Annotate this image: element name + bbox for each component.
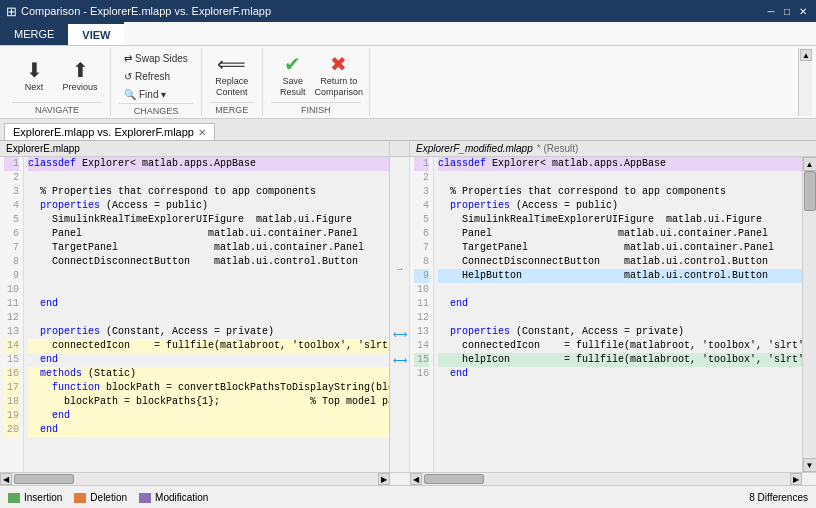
gutter-line	[390, 183, 409, 196]
vertical-scrollbar[interactable]: ▲ ▼	[802, 157, 816, 472]
code-line	[438, 311, 802, 325]
right-line-numbers: 12345678910111213141516	[410, 157, 434, 472]
close-button[interactable]: ✕	[796, 4, 810, 18]
finish-buttons: ✔ SaveResult ✖ Return toComparison	[271, 50, 361, 102]
right-scroll-left[interactable]: ◀	[410, 473, 422, 485]
line-number: 11	[414, 297, 429, 311]
code-line: helpIcon = fullfile(matlabroot, 'toolbox…	[438, 353, 802, 367]
code-line: ConnectDisconnectButton matlab.ui.contro…	[438, 255, 802, 269]
differences-count: 8 Differences	[749, 492, 808, 503]
left-scroll-left[interactable]: ◀	[0, 473, 12, 485]
tab-merge[interactable]: MERGE	[0, 22, 68, 45]
left-code-area[interactable]: classdef Explorer< matlab.apps.AppBase %…	[24, 157, 389, 472]
code-line	[28, 269, 389, 283]
file-tab-label: ExplorerE.mlapp vs. ExplorerF.mlapp	[13, 126, 194, 138]
code-line: end	[438, 297, 802, 311]
gutter-line	[390, 196, 409, 209]
gutter-line	[390, 249, 409, 262]
code-line: properties (Access = public)	[28, 199, 389, 213]
right-code-area[interactable]: classdef Explorer< matlab.apps.AppBase %…	[434, 157, 802, 472]
code-line: connectedIcon = fullfile(matlabroot, 'to…	[28, 339, 389, 353]
replace-icon: ⟸	[217, 54, 246, 74]
right-panel-filename: ExplorerF_modified.mlapp	[416, 143, 533, 154]
modification-swatch	[139, 493, 151, 503]
line-number: 12	[414, 311, 429, 325]
gutter-line	[390, 170, 409, 183]
prev-icon: ⬆	[72, 60, 89, 80]
code-line: Panel matlab.ui.container.Panel	[438, 227, 802, 241]
code-line: SimulinkRealTimeExplorerUIFigure matlab.…	[438, 213, 802, 227]
file-tab[interactable]: ExplorerE.mlapp vs. ExplorerF.mlapp ✕	[4, 123, 215, 140]
replace-content-button[interactable]: ⟸ ReplaceContent	[210, 50, 254, 102]
left-scroll-thumb[interactable]	[14, 474, 74, 484]
left-scroll-right[interactable]: ▶	[378, 473, 390, 485]
code-line: % Properties that correspond to app comp…	[438, 185, 802, 199]
merge-buttons: ⟸ ReplaceContent	[210, 50, 254, 102]
save-result-button[interactable]: ✔ SaveResult	[271, 50, 315, 102]
refresh-button[interactable]: ↺ Refresh	[119, 68, 193, 85]
right-scroll-right[interactable]: ▶	[790, 473, 802, 485]
left-line-numbers: 1234567891011121314151617181920	[0, 157, 24, 472]
ribbon-group-finish: ✔ SaveResult ✖ Return toComparison FINIS…	[263, 48, 370, 116]
gutter-line	[390, 367, 409, 380]
line-number: 6	[4, 227, 19, 241]
gutter-line	[390, 420, 409, 433]
return-comparison-button[interactable]: ✖ Return toComparison	[317, 50, 361, 102]
right-panel-header: ExplorerF_modified.mlapp * (Result)	[410, 141, 802, 156]
gutter-line	[390, 315, 409, 328]
right-scroll-thumb[interactable]	[424, 474, 484, 484]
line-number: 6	[414, 227, 429, 241]
line-number: 9	[414, 269, 429, 283]
legend-modification: Modification	[139, 492, 208, 503]
maximize-button[interactable]: □	[780, 4, 794, 18]
prev-label: Previous	[62, 82, 97, 92]
scroll-thumb[interactable]	[804, 171, 816, 211]
code-line: classdef Explorer< matlab.apps.AppBase	[438, 157, 802, 171]
code-line: properties (Constant, Access = private)	[28, 325, 389, 339]
ribbon-group-merge-action: ⟸ ReplaceContent MERGE	[202, 48, 263, 116]
file-tab-close[interactable]: ✕	[198, 127, 206, 138]
line-number: 14	[4, 339, 19, 353]
minimize-button[interactable]: ─	[764, 4, 778, 18]
code-line	[438, 171, 802, 185]
line-number: 4	[4, 199, 19, 213]
line-number: 5	[4, 213, 19, 227]
line-number: 20	[4, 423, 19, 437]
code-line: ConnectDisconnectButton matlab.ui.contro…	[28, 255, 389, 269]
line-number: 8	[414, 255, 429, 269]
code-line: end	[28, 297, 389, 311]
ribbon-tab-bar: MERGE VIEW	[0, 22, 816, 46]
code-line: end	[28, 423, 389, 437]
refresh-icon: ↺	[124, 71, 132, 82]
code-line: TargetPanel matlab.ui.container.Panel	[28, 241, 389, 255]
previous-button[interactable]: ⬆ Previous	[58, 50, 102, 102]
line-number: 1	[414, 157, 429, 171]
gutter-line	[390, 301, 409, 314]
find-button[interactable]: 🔍 Find ▾	[119, 86, 193, 103]
line-number: 18	[4, 395, 19, 409]
gutter-scroll-spacer	[390, 473, 410, 485]
next-icon: ⬇	[26, 60, 43, 80]
right-horiz-scroll: ◀ ▶	[410, 473, 802, 485]
scroll-down-button[interactable]: ▼	[803, 458, 817, 472]
tab-view[interactable]: VIEW	[68, 22, 124, 45]
right-diff-panel: 12345678910111213141516 classdef Explore…	[410, 157, 802, 472]
corner-spacer	[802, 473, 816, 485]
code-line: Panel matlab.ui.container.Panel	[28, 227, 389, 241]
insertion-label: Insertion	[24, 492, 62, 503]
line-number: 13	[414, 325, 429, 339]
left-panel-filename: ExplorerE.mlapp	[6, 143, 80, 154]
line-number: 4	[414, 199, 429, 213]
gutter-line	[390, 341, 409, 354]
line-number: 3	[414, 185, 429, 199]
ribbon: MERGE VIEW ⬇ Next ⬆ Previous NAVIGATE	[0, 22, 816, 119]
scroll-up-button[interactable]: ▲	[803, 157, 817, 171]
swap-sides-button[interactable]: ⇄ Swap Sides	[119, 50, 193, 67]
gutter-line	[390, 459, 409, 472]
gutter-line: →	[390, 262, 409, 275]
line-number: 7	[414, 241, 429, 255]
gutter-line	[390, 210, 409, 223]
ribbon-scroll: ▲	[798, 48, 812, 116]
left-horiz-scroll: ◀ ▶	[0, 473, 390, 485]
next-button[interactable]: ⬇ Next	[12, 50, 56, 102]
